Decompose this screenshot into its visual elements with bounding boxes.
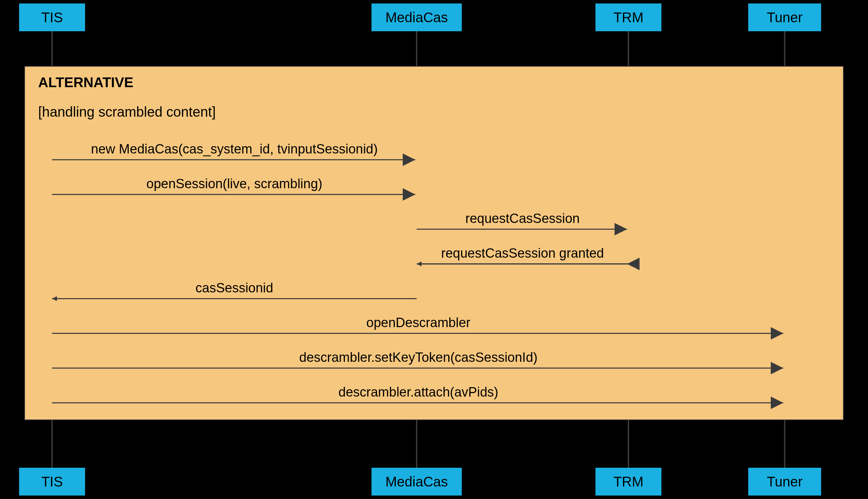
sequence-diagram-canvas: ALTERNATIVE [handling scrambled content]… (0, 0, 868, 499)
participant-tis-top: TIS (19, 3, 85, 31)
participant-trm-bottom: TRM (595, 468, 661, 496)
msg-label-requestcassession-granted: requestCasSession granted (420, 246, 625, 261)
participant-trm-top: TRM (595, 3, 661, 31)
alt-fragment-title: ALTERNATIVE (38, 75, 133, 90)
participant-mediacas-bottom: MediaCas (372, 468, 462, 496)
participant-tis-bottom: TIS (19, 468, 85, 496)
participant-tuner-top: Tuner (748, 3, 821, 31)
msg-label-requestcassession: requestCasSession (420, 211, 625, 226)
msg-label-attach: descrambler.attach(avPids) (56, 385, 781, 400)
msg-label-opendescrambler: openDescrambler (56, 315, 781, 330)
msg-label-cassessionid: casSessionid (56, 281, 413, 296)
participant-mediacas-top: MediaCas (372, 3, 462, 31)
participant-tuner-bottom: Tuner (748, 468, 821, 496)
msg-label-setkeytoken: descrambler.setKeyToken(casSessionId) (56, 350, 781, 365)
msg-label-new-mediacas: new MediaCas(cas_system_id, tvinputSessi… (56, 142, 413, 157)
alt-fragment-guard: [handling scrambled content] (38, 104, 216, 120)
msg-label-opensession: openSession(live, scrambling) (56, 176, 413, 191)
